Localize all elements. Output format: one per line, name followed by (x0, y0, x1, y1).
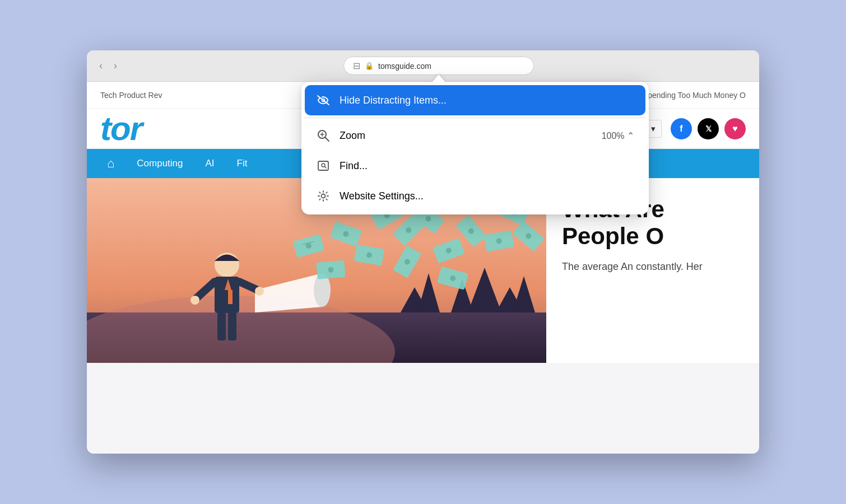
svg-rect-5 (318, 161, 328, 170)
menu-item-hide-distracting[interactable]: Hide Distracting Items... (305, 85, 645, 115)
instagram-icon[interactable]: ♥ (724, 118, 746, 139)
browser-chrome: ‹ › ⊟ 🔒 tomsguide.com (87, 50, 759, 82)
forward-button[interactable]: › (110, 58, 120, 74)
reader-icon: ⊟ (353, 60, 360, 71)
lock-icon: 🔒 (365, 62, 374, 70)
menu-item-find[interactable]: Find... (305, 151, 645, 181)
nav-buttons: ‹ › (96, 58, 120, 74)
browser-window: ‹ › ⊟ 🔒 tomsguide.com Hide Distracting I… (87, 50, 759, 454)
facebook-icon[interactable]: f (671, 118, 692, 139)
svg-line-7 (325, 167, 327, 169)
eye-slash-icon (316, 93, 331, 108)
nav-ai[interactable]: AI (194, 149, 226, 178)
zoom-icon (316, 128, 331, 143)
address-bar-container: ⊟ 🔒 tomsguide.com (127, 57, 750, 75)
nav-computing[interactable]: Computing (125, 149, 194, 178)
x-icon[interactable]: 𝕏 (698, 118, 719, 139)
hide-distracting-label: Hide Distracting Items... (340, 95, 634, 106)
context-menu: Hide Distracting Items... Zoom 100% ⌃ (301, 82, 649, 214)
chevron-down-icon: ▾ (651, 124, 656, 134)
site-logo: tor (100, 112, 142, 146)
zoom-value: 100% ⌃ (602, 130, 634, 141)
hero-subtitle: The average An constantly. Her (562, 259, 743, 274)
find-label: Find... (340, 160, 634, 172)
address-bar[interactable]: ⊟ 🔒 tomsguide.com (343, 57, 534, 75)
nav-home-button[interactable]: ⌂ (96, 149, 125, 178)
menu-item-website-settings[interactable]: Website Settings... (305, 181, 645, 211)
social-icons: f 𝕏 ♥ (671, 118, 746, 139)
svg-rect-25 (228, 312, 236, 340)
topbar-left: Tech Product Rev (100, 91, 162, 100)
svg-rect-23 (228, 290, 233, 304)
svg-rect-24 (217, 312, 226, 340)
back-button[interactable]: ‹ (96, 58, 106, 74)
svg-point-29 (255, 287, 264, 296)
nav-fitness[interactable]: Fit (226, 149, 259, 178)
svg-point-8 (322, 194, 326, 198)
svg-line-2 (326, 138, 329, 142)
svg-point-28 (190, 296, 199, 305)
url-text: tomsguide.com (378, 62, 431, 71)
gear-icon (316, 189, 331, 203)
zoom-label: Zoom (340, 130, 593, 142)
menu-item-zoom[interactable]: Zoom 100% ⌃ (305, 120, 645, 151)
menu-divider-1 (305, 118, 645, 118)
website-settings-label: Website Settings... (340, 190, 634, 202)
find-icon (316, 158, 331, 173)
